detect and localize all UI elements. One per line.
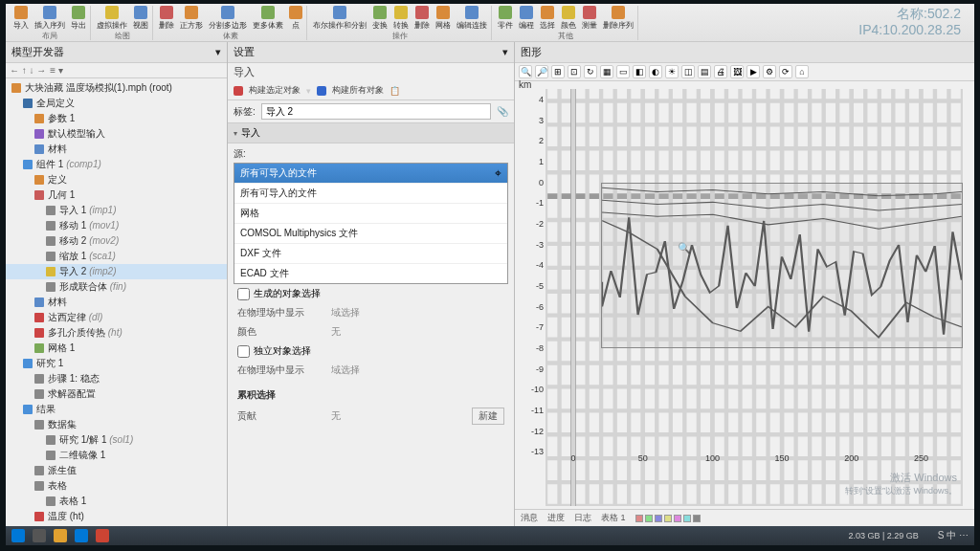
build-selected-button[interactable]: 构建选定对象 [249, 84, 301, 97]
dd-opt-3[interactable]: DXF 文件 [234, 243, 507, 263]
tree-node-1[interactable]: 参数 1 [6, 111, 227, 126]
ribbon-del2[interactable]: 删除 [414, 6, 430, 31]
ribbon-prog[interactable]: 编程 [519, 6, 534, 31]
tree-node-12[interactable]: 形成联合体 (fin) [6, 279, 227, 295]
tree-node-21[interactable]: 数据集 [6, 417, 227, 432]
print-icon[interactable]: 🖨 [714, 65, 727, 78]
select-all-icon[interactable]: ◧ [633, 65, 646, 78]
tree-node-11[interactable]: 导入 2 (imp2) [6, 264, 227, 279]
ribbon-edit[interactable]: 编辑连接 [457, 6, 487, 31]
tree-node-6[interactable]: 几何 1 [6, 187, 227, 203]
ribbon-virtual[interactable]: 虚拟操作 [97, 6, 127, 31]
status-progress[interactable]: 进度 [547, 512, 565, 524]
tree-node-13[interactable]: 材料 [6, 295, 227, 310]
gen-sel-checkbox[interactable] [237, 288, 250, 300]
ribbon-poly[interactable]: 分割多边形 [209, 6, 247, 31]
tree-node-27[interactable]: 温度 (ht) [6, 509, 227, 524]
tree-node-18[interactable]: 步骤 1: 稳态 [6, 371, 227, 386]
tree-node-22[interactable]: 研究 1/解 1 (sol1) [6, 432, 227, 448]
anim-icon[interactable]: ▶ [746, 65, 760, 78]
dd-opt-2[interactable]: COMSOL Multiphysics 文件 [234, 223, 507, 243]
tree-node-20[interactable]: 结果 [6, 402, 227, 417]
tree-body[interactable]: 大块油藏 温度场模拟(1).mph (root)全局定义参数 1默认模型输入材料… [6, 78, 227, 526]
ribbon-color[interactable]: 颜色 [561, 6, 576, 31]
tree-node-2[interactable]: 默认模型输入 [6, 126, 227, 142]
build-all-icon[interactable] [317, 86, 326, 96]
indep-sel-checkbox[interactable] [237, 345, 250, 358]
tree-collapse-icon[interactable]: ▾ [215, 46, 221, 58]
source-dropdown[interactable]: 所有可导入的文件⌖ 所有可导入的文件 网格 COMSOL Multiphysic… [234, 163, 508, 284]
ribbon-mesh[interactable]: 网格 [435, 6, 451, 31]
tree-node-8[interactable]: 移动 1 (mov1) [6, 218, 227, 233]
build-all-extra-icon[interactable]: 📋 [390, 86, 400, 96]
zoom-out-icon[interactable]: 🔎 [535, 65, 548, 78]
ribbon-insert-seq[interactable]: 插入序列 [34, 6, 65, 31]
view-xy-icon[interactable]: ▦ [600, 65, 613, 78]
start-icon[interactable] [11, 529, 25, 542]
ribbon-xform[interactable]: 变换 [372, 6, 388, 31]
ribbon-sel[interactable]: 选择 [540, 6, 555, 31]
image-icon[interactable]: 🖼 [730, 65, 744, 78]
tree-opts-icon[interactable]: ≡ ▾ [50, 65, 63, 76]
tree-node-3[interactable]: 材料 [6, 142, 227, 157]
ribbon-conv[interactable]: 转换 [393, 6, 409, 31]
tree-node-15[interactable]: 多孔介质传热 (ht) [6, 325, 227, 341]
section-import-header[interactable]: 导入 [228, 122, 514, 143]
dd-opt-4[interactable]: ECAD 文件 [234, 263, 507, 283]
light-icon[interactable]: ☀ [665, 65, 679, 78]
tree-node-19[interactable]: 求解器配置 [6, 386, 227, 402]
dd-opt-1[interactable]: 网格 [234, 203, 507, 223]
tree-node-25[interactable]: 表格 [6, 478, 227, 494]
status-messages[interactable]: 消息 [521, 512, 538, 524]
ribbon-del[interactable]: 删除 [159, 6, 174, 31]
tree-node-14[interactable]: 达西定律 (dl) [6, 310, 227, 325]
plot-area[interactable]: km 43210-1-2-3-4-5-6-7-8-9-10-11-12-13 0… [515, 81, 974, 509]
rotate-icon[interactable]: ↻ [584, 65, 597, 78]
tree-node-7[interactable]: 导入 1 (imp1) [6, 203, 227, 218]
taskbar[interactable]: 2.03 GB | 2.29 GB S 中 ⋯ [6, 526, 974, 545]
explorer-icon[interactable] [54, 529, 67, 542]
tree-node-24[interactable]: 派生值 [6, 463, 227, 478]
tree-node-26[interactable]: 表格 1 [6, 494, 227, 509]
tray-lang[interactable]: S 中 ⋯ [938, 529, 969, 542]
zoom-in-icon[interactable]: 🔍 [519, 65, 532, 78]
new-button[interactable]: 新建 [472, 408, 504, 425]
ribbon-export[interactable]: 导出 [71, 6, 86, 31]
wireframe-icon[interactable]: ▤ [698, 65, 711, 78]
zoom-extents-icon[interactable]: ⊡ [568, 65, 581, 78]
ribbon-delseq[interactable]: 删除序列 [603, 6, 634, 31]
edge-icon[interactable] [75, 529, 88, 542]
select-icon[interactable]: ▭ [616, 65, 630, 78]
tree-node-9[interactable]: 移动 2 (mov2) [6, 233, 227, 249]
label-link-icon[interactable]: 📎 [497, 106, 508, 117]
tree-node-16[interactable]: 网格 1 [6, 341, 227, 356]
ribbon-meas[interactable]: 测量 [582, 6, 597, 31]
transparency-icon[interactable]: ◫ [681, 65, 695, 78]
home-icon[interactable]: ⌂ [795, 65, 809, 78]
tree-node-4[interactable]: 组件 1 (comp1) [6, 157, 227, 172]
tree-node-5[interactable]: 定义 [6, 172, 227, 187]
tree-root[interactable]: 大块油藏 温度场模拟(1).mph (root) [6, 80, 227, 96]
ribbon-bool[interactable]: 布尔操作和分割 [313, 6, 367, 31]
zoom-box-icon[interactable]: ⊞ [551, 65, 565, 78]
gear-icon[interactable]: ⚙ [763, 65, 776, 78]
ribbon-point[interactable]: 点 [289, 6, 302, 31]
tree-node-10[interactable]: 缩放 1 (sca1) [6, 249, 227, 264]
app-icon[interactable] [96, 529, 109, 542]
refresh-icon[interactable]: ⟳ [779, 65, 792, 78]
ribbon-parts[interactable]: 零件 [498, 6, 513, 31]
tree-node-17[interactable]: 研究 1 [6, 356, 227, 371]
build-selected-icon[interactable] [234, 86, 243, 96]
search-icon[interactable] [33, 529, 46, 542]
ribbon-more[interactable]: 更多体素 [253, 6, 283, 31]
label-input[interactable] [261, 103, 491, 120]
ribbon-view[interactable]: 视图 [133, 6, 148, 31]
render-icon[interactable]: ◐ [649, 65, 662, 78]
dd-opt-0[interactable]: 所有可导入的文件 [234, 183, 507, 203]
tree-nav-icon[interactable]: ← ↑ ↓ → [10, 65, 46, 76]
status-log[interactable]: 日志 [574, 512, 591, 524]
ribbon-square[interactable]: 正方形 [180, 6, 203, 31]
build-all-button[interactable]: 构建所有对象 [332, 84, 384, 97]
status-table[interactable]: 表格 1 [601, 512, 626, 524]
ribbon-import[interactable]: 导入 [13, 6, 29, 31]
